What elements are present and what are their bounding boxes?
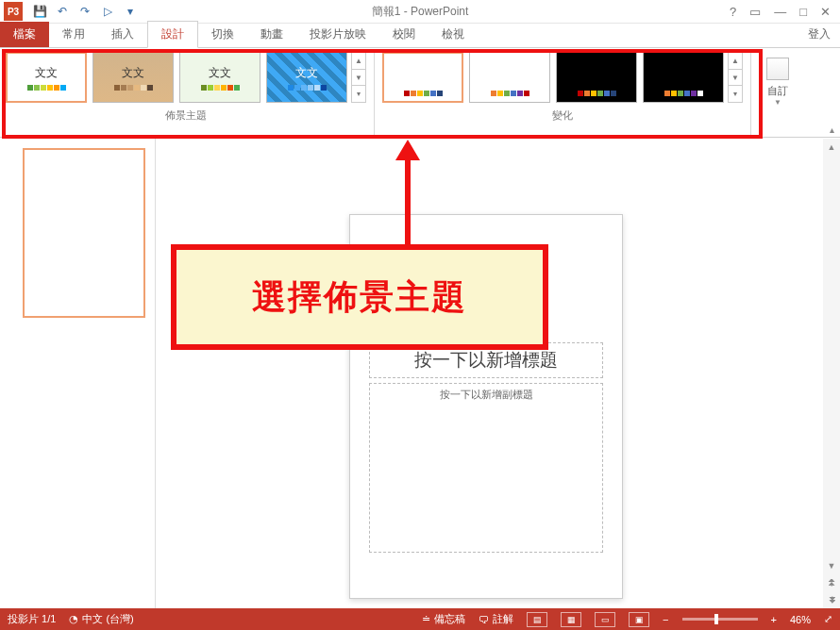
theme-thumb-text: 文文 — [209, 65, 231, 81]
sorter-view-button[interactable]: ▦ — [561, 612, 581, 627]
theme-option-2[interactable]: 文文 — [92, 52, 174, 103]
themes-gallery: 文文文文文文文文 ▲ ▼ ▾ 佈景主題 — [6, 52, 366, 137]
theme-option-3[interactable]: 文文 — [179, 52, 260, 103]
zoom-out-button[interactable]: − — [663, 614, 668, 625]
theme-color-stripes — [27, 85, 66, 91]
themes-scroll-down-icon[interactable]: ▼ — [352, 70, 365, 87]
minimize-icon[interactable]: — — [774, 5, 786, 19]
themes-scroll-up-icon[interactable]: ▲ — [352, 53, 365, 70]
vertical-scrollbar[interactable]: ▲ ▼ ⯭ ⯯ — [823, 139, 840, 608]
slide-thumbnail-1[interactable] — [23, 148, 145, 318]
restore-icon[interactable]: □ — [799, 5, 807, 19]
subtitle-placeholder[interactable]: 按一下以新增副標題 — [369, 383, 603, 553]
theme-color-stripes — [288, 85, 327, 91]
slideshow-view-button[interactable]: ▣ — [629, 612, 649, 627]
tab-review[interactable]: 校閱 — [379, 22, 428, 47]
sign-in-link[interactable]: 登入 — [798, 22, 840, 47]
redo-icon[interactable]: ↷ — [77, 4, 92, 19]
scroll-down-icon[interactable]: ▼ — [823, 557, 840, 574]
tab-transitions[interactable]: 切換 — [198, 22, 247, 47]
close-icon[interactable]: ✕ — [820, 5, 831, 19]
tab-slideshow[interactable]: 投影片放映 — [296, 22, 379, 47]
tab-design[interactable]: 設計 — [147, 21, 198, 48]
language-label: 中文 (台灣) — [82, 612, 133, 626]
qat-more-icon[interactable]: ▾ — [123, 4, 138, 19]
theme-option-4[interactable]: 文文 — [266, 52, 347, 103]
customize-icon — [766, 58, 789, 80]
variants-group-caption: 變化 — [552, 108, 573, 123]
reading-view-button[interactable]: ▭ — [595, 612, 615, 627]
themes-group-caption: 佈景主題 — [165, 108, 207, 123]
notes-icon: ≐ — [422, 613, 430, 625]
variants-scroll-up-icon[interactable]: ▲ — [729, 53, 742, 70]
prev-slide-icon[interactable]: ⯭ — [823, 574, 840, 591]
theme-color-stripes — [201, 85, 240, 91]
notes-label: 備忘稿 — [434, 612, 465, 626]
slide-edit-area[interactable]: 按一下以新增標題 按一下以新增副標題 — [156, 139, 823, 608]
slide-thumbnail-panel: 1 — [0, 139, 156, 608]
variants-expand-icon[interactable]: ▾ — [729, 86, 742, 102]
undo-icon[interactable]: ↶ — [55, 4, 70, 19]
variant-color-stripes — [578, 91, 616, 96]
window-controls: ? ▭ — □ ✕ — [730, 5, 840, 19]
variant-option-2[interactable] — [469, 52, 550, 103]
fit-to-window-button[interactable]: ⤢ — [824, 613, 832, 625]
comments-button[interactable]: 🗨 註解 — [479, 612, 513, 626]
chevron-down-icon: ▼ — [774, 98, 781, 107]
variants-gallery: ▲ ▼ ▾ 變化 — [382, 52, 743, 137]
powerpoint-icon: P3 — [4, 2, 23, 21]
customize-button[interactable]: 自訂 ▼ — [759, 52, 797, 137]
slide-counter[interactable]: 投影片 1/1 — [8, 612, 56, 626]
next-slide-icon[interactable]: ⯯ — [823, 591, 840, 608]
collapse-ribbon-icon[interactable]: ▴ — [830, 124, 834, 135]
ribbon-design: 文文文文文文文文 ▲ ▼ ▾ 佈景主題 ▲ ▼ ▾ 變化 自訂 ▼ ▴ — [0, 48, 840, 138]
workspace: 1 按一下以新增標題 按一下以新增副標題 ▲ ▼ ⯭ ⯯ — [0, 139, 840, 608]
variant-option-1[interactable] — [382, 52, 463, 103]
zoom-slider[interactable] — [682, 618, 758, 621]
variant-color-stripes — [491, 91, 529, 96]
zoom-in-button[interactable]: + — [771, 614, 777, 625]
save-icon[interactable]: 💾 — [32, 4, 47, 19]
tab-insert[interactable]: 插入 — [98, 22, 147, 47]
annotation-callout: 選擇佈景主題 — [171, 244, 548, 350]
theme-thumb-text: 文文 — [35, 65, 58, 81]
theme-thumb-text: 文文 — [295, 65, 318, 81]
theme-option-1[interactable]: 文文 — [6, 52, 87, 103]
variant-color-stripes — [664, 91, 703, 96]
notes-button[interactable]: ≐ 備忘稿 — [422, 612, 465, 626]
ribbon-tabs: 檔案 常用 插入 設計 切換 動畫 投影片放映 校閱 檢視 登入 — [0, 24, 840, 48]
title-bar: P3 💾 ↶ ↷ ▷ ▾ 簡報1 - PowerPoint ? ▭ — □ ✕ — [0, 0, 840, 24]
variants-scroll-down-icon[interactable]: ▼ — [729, 70, 742, 87]
tab-home[interactable]: 常用 — [49, 22, 98, 47]
variant-option-3[interactable] — [556, 52, 637, 103]
start-slideshow-icon[interactable]: ▷ — [100, 4, 115, 19]
language-button[interactable]: ◔ 中文 (台灣) — [69, 612, 133, 626]
quick-access-toolbar: 💾 ↶ ↷ ▷ ▾ — [32, 4, 138, 19]
comments-label: 註解 — [493, 612, 513, 626]
variants-gallery-spinner: ▲ ▼ ▾ — [728, 52, 743, 103]
status-bar: 投影片 1/1 ◔ 中文 (台灣) ≐ 備忘稿 🗨 註解 ▤ ▦ ▭ ▣ − +… — [0, 608, 840, 630]
ribbon-display-options-icon[interactable]: ▭ — [749, 5, 761, 19]
themes-gallery-spinner: ▲ ▼ ▾ — [351, 52, 366, 103]
variant-color-stripes — [404, 91, 443, 96]
ribbon-separator-2 — [750, 52, 751, 137]
theme-thumb-text: 文文 — [122, 65, 144, 81]
zoom-value[interactable]: 46% — [790, 614, 811, 625]
tab-file[interactable]: 檔案 — [0, 22, 49, 47]
tab-view[interactable]: 檢視 — [428, 22, 478, 47]
variant-option-4[interactable] — [643, 52, 724, 103]
help-icon[interactable]: ? — [730, 5, 736, 19]
normal-view-button[interactable]: ▤ — [527, 612, 547, 627]
customize-label: 自訂 — [767, 84, 788, 98]
themes-expand-icon[interactable]: ▾ — [352, 86, 365, 102]
comments-icon: 🗨 — [479, 614, 489, 625]
language-icon: ◔ — [69, 613, 78, 625]
theme-color-stripes — [114, 85, 153, 91]
tab-animations[interactable]: 動畫 — [247, 22, 296, 47]
ribbon-separator — [374, 52, 375, 137]
scroll-up-icon[interactable]: ▲ — [823, 139, 840, 156]
